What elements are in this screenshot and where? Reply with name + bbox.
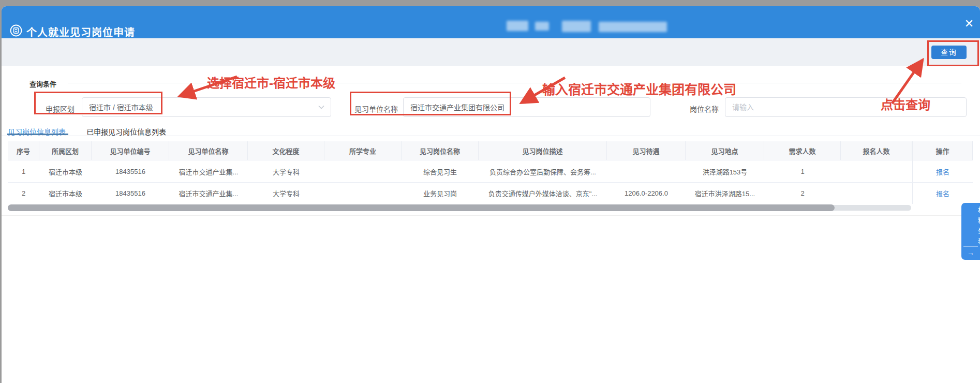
- table-row: 2 宿迁市本级 18435516 宿迁市交通产业集... 大学专科 业务见习岗 …: [8, 183, 973, 204]
- cell-applied: [841, 160, 912, 182]
- modal-titlebar: 个人就业见习岗位申请: [2, 6, 980, 38]
- col-header: 所属区划: [39, 141, 92, 160]
- annotation-input-company: 输入宿迁市交通产业集团有限公司: [542, 79, 736, 98]
- cell-region: 宿迁市本级: [39, 183, 92, 204]
- chevron-down-icon: [318, 105, 324, 109]
- cell-post-desc: 负责交通传媒户外媒体洽谈、京东"...: [479, 183, 607, 204]
- cell-major: [324, 160, 402, 182]
- cell-applied: [841, 183, 912, 204]
- modal-title: 个人就业见习岗位申请: [26, 24, 135, 39]
- tabs-bottom-border: [2, 136, 980, 136]
- cell-location: 洪泽湖路153号: [686, 160, 764, 182]
- cell-major: [324, 183, 402, 204]
- cell-action: 报名: [912, 183, 973, 204]
- apply-link[interactable]: 报名: [936, 167, 949, 176]
- col-header: 见习岗位名称: [402, 141, 479, 160]
- cell-post-desc: 负责综合办公室后勤保障、会务筹...: [479, 160, 607, 182]
- tab-applied-list[interactable]: 已申报见习岗位信息列表: [86, 126, 166, 137]
- col-header: 文化程度: [248, 141, 324, 160]
- cell-unit-no: 18435516: [92, 183, 169, 204]
- toolbar: [2, 38, 980, 66]
- col-header: 所学专业: [324, 141, 402, 160]
- col-header: 序号: [8, 141, 39, 160]
- col-header: 见习地点: [686, 141, 764, 160]
- cell-region: 宿迁市本级: [39, 160, 92, 182]
- position-label: 岗位名称: [690, 104, 719, 114]
- highlight-box-query: [927, 40, 979, 66]
- redacted-text: [535, 22, 549, 31]
- redacted-text: [599, 22, 667, 32]
- table-row: 1 宿迁市本级 18435516 宿迁市交通产业集... 大学专科 综合见习生 …: [8, 160, 973, 183]
- cell-action: 报名: [912, 160, 973, 182]
- close-icon[interactable]: ✕: [961, 16, 977, 32]
- tab-post-list[interactable]: 见习岗位信息列表: [8, 126, 66, 137]
- redacted-text: [562, 21, 591, 32]
- col-header: 见习单位名称: [169, 141, 248, 160]
- arrow-right-icon: →: [961, 248, 980, 257]
- annotation-select-region: 选择宿迁市-宿迁市本级: [207, 73, 335, 91]
- cell-demand: 1: [764, 160, 841, 182]
- highlight-box-region: [34, 92, 162, 114]
- redacted-text: [507, 21, 528, 31]
- col-header: 需求人数: [764, 141, 841, 160]
- cell-demand: 2: [764, 183, 841, 204]
- col-header: 报名人数: [841, 141, 912, 160]
- cell-seq: 1: [8, 160, 39, 182]
- horizontal-scrollbar-thumb[interactable]: [8, 204, 835, 211]
- cell-salary: 1206.0-2206.0: [607, 183, 686, 204]
- col-header: 见习单位编号: [92, 141, 169, 160]
- table-header-row: 序号 所属区划 见习单位编号 见习单位名称 文化程度 所学专业 见习岗位名称 见…: [8, 141, 973, 160]
- apply-link[interactable]: 报名: [936, 188, 949, 198]
- table-bottom-border: [2, 215, 980, 216]
- cell-unit-name: 宿迁市交通产业集...: [169, 160, 248, 182]
- annotation-click-query: 点击查询: [881, 95, 930, 113]
- cell-unit-no: 18435516: [92, 160, 169, 182]
- cell-seq: 2: [8, 183, 39, 204]
- cell-post-name: 综合见习生: [402, 160, 479, 182]
- cell-post-name: 业务见习岗: [402, 183, 479, 204]
- material-list-side-tab[interactable]: 材料列表 →: [961, 203, 980, 260]
- cell-location: 宿迁市洪泽湖路15...: [686, 183, 764, 204]
- active-tab-underline: [7, 134, 68, 135]
- cell-unit-name: 宿迁市交通产业集...: [169, 183, 248, 204]
- screen: 个人就业见习岗位申请 ✕ 查询 查询条件 申报区划 宿迁市 / 宿迁市本级 见习…: [0, 0, 980, 383]
- cell-education: 大学专科: [248, 183, 324, 204]
- cell-salary: [607, 160, 686, 182]
- col-header: 见习待遇: [607, 141, 686, 160]
- material-list-label: 材料列表: [967, 207, 980, 248]
- filter-section-title: 查询条件: [29, 79, 56, 89]
- cell-education: 大学专科: [248, 160, 324, 182]
- side-tab-divider: [963, 246, 978, 247]
- form-document-icon: [10, 24, 22, 37]
- highlight-box-company: [350, 92, 511, 115]
- col-header: 操作: [912, 141, 973, 160]
- section-divider: [68, 83, 961, 83]
- col-header: 见习岗位描述: [479, 141, 607, 160]
